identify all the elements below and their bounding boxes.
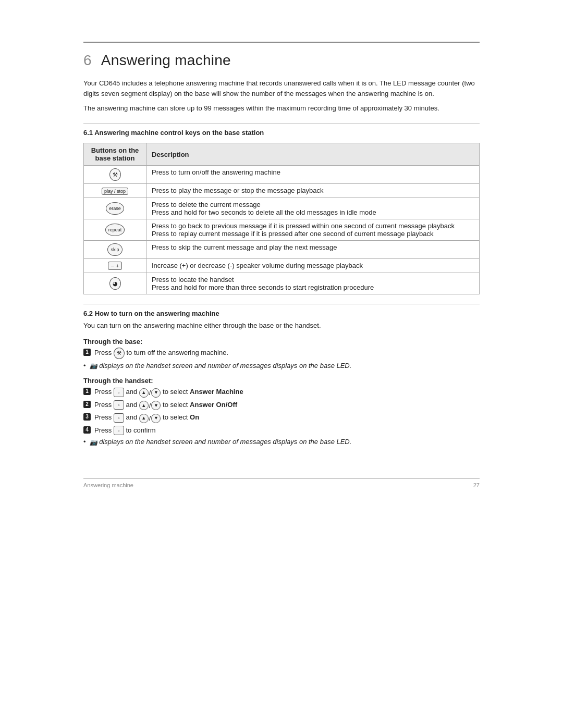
btn-cell-2: play / stop bbox=[84, 184, 146, 198]
nav-up-2: ▲ bbox=[139, 401, 149, 410]
table-row: play / stop Press to play the message or… bbox=[84, 184, 480, 198]
btn-menu-icon-1: ▫ bbox=[114, 388, 124, 397]
handset-step-4-text: Press ▫ to confirm bbox=[94, 425, 156, 436]
btn-icon-locate: ◕ bbox=[109, 277, 121, 290]
handset-step-2-text: Press ▫ and ▲/▼ to select Answer On/Off bbox=[94, 400, 237, 411]
desc-cell-6: Increase (+) or decrease (-) speaker vol… bbox=[146, 259, 480, 273]
chapter-title: 6Answering machine bbox=[83, 52, 480, 69]
bullet-symbol-2: • bbox=[83, 437, 86, 447]
intro-paragraph-1: Your CD645 includes a telephone answerin… bbox=[83, 78, 480, 99]
section-rule-1 bbox=[83, 123, 480, 124]
chapter-number: 6 bbox=[83, 52, 92, 68]
nav-up-3: ▲ bbox=[139, 414, 149, 423]
footer-left: Answering machine bbox=[83, 482, 133, 488]
screen-icon-2: 📷 bbox=[90, 438, 97, 447]
btn-cell-7: ◕ bbox=[84, 273, 146, 294]
handset-step-2: 2 Press ▫ and ▲/▼ to select Answer On/Of… bbox=[83, 400, 480, 411]
desc-cell-3: Press to delete the current message Pres… bbox=[146, 198, 480, 219]
nav-combo-3: ▲/▼ bbox=[139, 413, 161, 424]
btn-icon-play: play / stop bbox=[102, 188, 128, 195]
base-bullet-1: • 📷 displays on the handset screen and n… bbox=[83, 361, 480, 371]
desc-cell-2: Press to play the message or stop the me… bbox=[146, 184, 480, 198]
btn-cell-4: repeat bbox=[84, 219, 146, 241]
btn-icon-skip: skip bbox=[107, 243, 122, 256]
desc-cell-7: Press to locate the handset Press and ho… bbox=[146, 273, 480, 294]
slash-1: / bbox=[149, 388, 151, 398]
select-label-2: Answer On/Off bbox=[190, 401, 237, 409]
section-6-1-heading: 6.1 Answering machine control keys on th… bbox=[83, 129, 480, 137]
and-text-1: and bbox=[126, 388, 139, 396]
btn-menu-icon-2: ▫ bbox=[114, 400, 124, 410]
bullet-symbol-1: • bbox=[83, 361, 86, 371]
btn-cell-5: skip bbox=[84, 241, 146, 259]
chapter-title-text: Answering machine bbox=[101, 52, 231, 68]
nav-down-2: ▼ bbox=[151, 401, 161, 410]
btn-icon-answerphone: ⚒ bbox=[109, 168, 121, 181]
nav-down-3: ▼ bbox=[151, 414, 161, 423]
table-header-button: Buttons on thebase station bbox=[84, 143, 146, 166]
desc-cell-1: Press to turn on/off the answering machi… bbox=[146, 166, 480, 184]
through-handset-heading: Through the handset: bbox=[83, 377, 480, 385]
footer-right: 27 bbox=[473, 482, 480, 488]
btn-cell-1: ⚒ bbox=[84, 166, 146, 184]
intro-paragraph-2: The answering machine can store up to 99… bbox=[83, 103, 480, 114]
desc-cell-4: Press to go back to previous message if … bbox=[146, 219, 480, 241]
base-step-1-text: Press ⚒ to turn off the answering machin… bbox=[94, 348, 228, 359]
nav-combo-2: ▲/▼ bbox=[139, 401, 161, 411]
and-text-2: and bbox=[126, 401, 139, 409]
handset-step-3: 3 Press ▫ and ▲/▼ to select On bbox=[83, 412, 480, 424]
btn-cell-3: erase bbox=[84, 198, 146, 219]
btn-icon-inline-answer: ⚒ bbox=[114, 348, 125, 359]
btn-icon-repeat: repeat bbox=[105, 224, 125, 236]
footer: Answering machine 27 bbox=[83, 478, 480, 488]
handset-step-4: 4 Press ▫ to confirm bbox=[83, 425, 480, 436]
select-label-1: Answer Machine bbox=[190, 388, 243, 396]
table-row: ◕ Press to locate the handset Press and … bbox=[84, 273, 480, 294]
nav-up-1: ▲ bbox=[139, 388, 149, 398]
handset-step-1-text: Press ▫ and ▲/▼ to select Answer Machine bbox=[94, 387, 243, 398]
button-table: Buttons on thebase station Description ⚒… bbox=[83, 143, 480, 294]
handset-step-1: 1 Press ▫ and ▲/▼ to select Answer Machi… bbox=[83, 387, 480, 398]
btn-menu-icon-3: ▫ bbox=[114, 413, 124, 423]
slash-3: / bbox=[149, 413, 151, 424]
desc-cell-5: Press to skip the current message and pl… bbox=[146, 241, 480, 259]
handset-step-3-text: Press ▫ and ▲/▼ to select On bbox=[94, 412, 199, 424]
base-step-1: 1 Press ⚒ to turn off the answering mach… bbox=[83, 348, 480, 359]
step-badge-h1: 1 bbox=[83, 388, 91, 395]
table-row: − + Increase (+) or decrease (-) speaker… bbox=[84, 259, 480, 273]
table-header-description: Description bbox=[146, 143, 480, 166]
step-badge-h4: 4 bbox=[83, 426, 91, 434]
table-row: ⚒ Press to turn on/off the answering mac… bbox=[84, 166, 480, 184]
step-badge-h3: 3 bbox=[83, 413, 91, 421]
nav-combo-1: ▲/▼ bbox=[139, 388, 161, 398]
btn-confirm-icon: ▫ bbox=[114, 426, 124, 435]
section-6-2-heading: 6.2 How to turn on the answering machine bbox=[83, 310, 480, 317]
btn-icon-erase: erase bbox=[106, 202, 124, 215]
page: 6Answering machine Your CD645 includes a… bbox=[83, 0, 480, 520]
base-bullet-text: 📷 displays on the handset screen and num… bbox=[90, 361, 352, 371]
btn-cell-6: − + bbox=[84, 259, 146, 273]
btn-icon-volume: − + bbox=[108, 262, 123, 270]
screen-icon-1: 📷 bbox=[90, 361, 97, 371]
nav-down-1: ▼ bbox=[151, 388, 161, 398]
handset-bullet-1: • 📷 displays on the handset screen and n… bbox=[83, 437, 480, 447]
slash-2: / bbox=[149, 401, 151, 411]
top-rule bbox=[83, 42, 480, 43]
step-badge-1: 1 bbox=[83, 349, 91, 356]
section-6-2-intro: You can turn on the answering machine ei… bbox=[83, 320, 480, 331]
step-badge-h2: 2 bbox=[83, 401, 91, 408]
table-row: skip Press to skip the current message a… bbox=[84, 241, 480, 259]
through-base-heading: Through the base: bbox=[83, 338, 480, 346]
select-label-3: On bbox=[190, 413, 199, 421]
table-row: erase Press to delete the current messag… bbox=[84, 198, 480, 219]
section-rule-2 bbox=[83, 304, 480, 304]
table-row: repeat Press to go back to previous mess… bbox=[84, 219, 480, 241]
handset-bullet-text: 📷 displays on the handset screen and num… bbox=[90, 437, 352, 447]
and-text-3: and bbox=[126, 413, 139, 421]
